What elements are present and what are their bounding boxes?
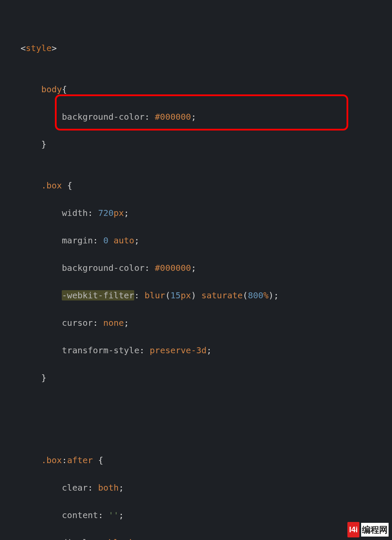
code-line: clear: both;	[0, 481, 392, 494]
code-line: background-color: #000000;	[0, 261, 392, 275]
code-line: background-color: #000000;	[0, 110, 392, 124]
code-editor[interactable]: <style> body{ background-color: #000000;…	[0, 0, 392, 540]
code-line: .box:after {	[0, 453, 392, 467]
code-line: .box {	[0, 179, 392, 192]
code-line: -webkit-filter: blur(15px) saturate(800%…	[0, 288, 392, 302]
code-line: cursor: none;	[0, 316, 392, 330]
code-line: body{	[0, 82, 392, 96]
code-line: <style>	[0, 41, 392, 55]
code-line: transform-style: preserve-3d;	[0, 343, 392, 357]
code-line	[0, 412, 392, 426]
code-line: margin: 0 auto;	[0, 234, 392, 247]
watermark-text: 编程网	[361, 523, 389, 537]
code-line: }	[0, 371, 392, 385]
watermark-badge: I4i	[347, 522, 359, 537]
code-line: content: '';	[0, 508, 392, 522]
code-line: display: block;	[0, 536, 392, 540]
code-line: }	[0, 137, 392, 151]
code-line: width: 720px;	[0, 206, 392, 220]
watermark: I4i 编程网	[347, 522, 389, 537]
